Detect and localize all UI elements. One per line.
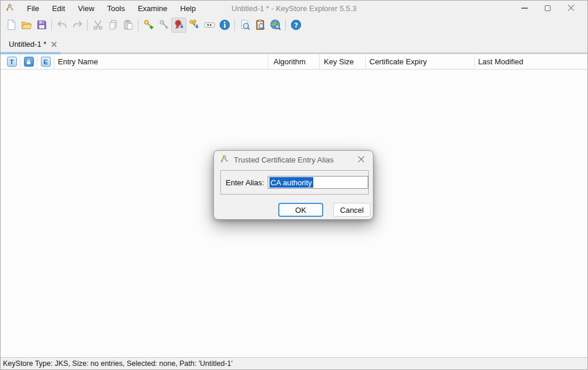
info-icon [219,19,231,31]
generate-secret-key-button[interactable] [156,18,171,33]
save-keystore-button[interactable] [34,18,49,33]
help-icon: ? [290,19,302,31]
menu-edit[interactable]: Edit [46,1,71,16]
help-button[interactable]: ? [288,18,303,33]
cancel-button[interactable]: Cancel [333,203,371,217]
column-expiry-status[interactable]: E [37,54,54,69]
tab-untitled-1[interactable]: Untitled-1 * [1,34,61,54]
examine-file-button[interactable] [237,18,253,33]
dialog-title: Trusted Certificate Entry Alias [234,155,334,164]
undo-icon [56,19,68,31]
active-tab-indicator [1,52,61,54]
toolbar-separator [51,19,52,31]
new-file-icon [5,19,18,31]
column-algorithm[interactable]: Algorithm [268,54,320,69]
password-dots-icon [203,19,216,31]
alias-input-selected-text: CA authority [269,177,313,188]
gray-key-plus-icon [158,19,170,31]
svg-text:?: ? [294,21,298,29]
import-trusted-certificate-button[interactable] [171,18,186,33]
menu-view[interactable]: View [71,1,101,16]
menu-help[interactable]: Help [174,1,202,16]
menu-tools[interactable]: Tools [101,1,131,16]
toolbar-separator [138,19,139,31]
copy-button[interactable] [105,18,120,33]
alias-input[interactable]: CA authority [268,176,368,189]
menubar: File Edit View Tools Examine Help [20,1,202,16]
properties-button[interactable] [217,18,232,33]
toolbar-separator [87,19,88,31]
import-key-pair-button[interactable] [186,18,202,33]
maximize-button[interactable] [543,4,552,13]
minimize-icon [521,8,528,9]
examine-clipboard-button[interactable] [253,18,268,33]
cut-scissors-icon [92,19,104,31]
keystore-explorer-window: File Edit View Tools Examine Help Untitl… [0,0,588,370]
tab-bar: Untitled-1 * [1,34,587,54]
red-rosette-import-icon [173,19,185,31]
dialog-buttons: OK Cancel [278,203,371,217]
column-certificate-expiry[interactable]: Certificate Expiry [366,54,475,69]
menu-file[interactable]: File [20,1,46,16]
entries-table-header: T E Entry Name Algorithm Key Size Certif… [1,54,587,70]
column-lock-status[interactable] [20,54,37,69]
open-keystore-button[interactable] [19,18,34,33]
dialog-keys-icon [219,155,229,165]
toolbar-separator [285,19,286,31]
column-entry-type[interactable]: T [4,54,20,69]
generate-key-pair-button[interactable] [141,18,156,33]
examine-file-icon [239,19,251,31]
dialog-titlebar[interactable]: Trusted Certificate Entry Alias [214,151,373,168]
paste-button[interactable] [120,18,136,33]
type-column-icon: T [7,57,17,67]
menu-examine[interactable]: Examine [132,1,174,16]
copy-icon [107,19,119,31]
gold-key-plus-icon [143,19,155,31]
ok-button[interactable]: OK [278,203,323,217]
examine-ssl-globe-icon [269,19,282,31]
redo-icon [71,19,84,31]
close-icon [568,5,575,12]
new-keystore-button[interactable] [4,18,19,33]
paste-clipboard-icon [122,19,134,31]
set-password-button[interactable] [202,18,217,33]
toolbar-separator [234,19,235,31]
column-entry-name[interactable]: Entry Name [54,54,268,69]
gold-keys-import-icon [188,19,200,31]
trusted-certificate-alias-dialog: Trusted Certificate Entry Alias Enter Al… [213,150,373,220]
window-controls [520,1,587,16]
lock-icon [24,57,34,67]
open-folder-icon [20,19,33,31]
column-last-modified[interactable]: Last Modified [475,54,587,69]
redo-button[interactable] [70,18,85,33]
status-text: KeyStore Type: JKS, Size: no entries, Se… [3,359,233,368]
titlebar: File Edit View Tools Examine Help Untitl… [1,1,587,16]
expiry-column-icon: E [41,57,51,67]
close-button[interactable] [566,4,576,13]
tab-label: Untitled-1 * [9,40,46,49]
maximize-icon [545,5,551,11]
examine-ssl-button[interactable] [268,18,283,33]
status-bar: KeyStore Type: JKS, Size: no entries, Se… [1,357,587,369]
minimize-button[interactable] [520,4,529,13]
tab-close-icon[interactable] [51,42,57,47]
dialog-close-icon[interactable] [358,156,365,163]
cut-button[interactable] [90,18,105,33]
app-keys-icon [5,4,15,13]
toolbar: ? [1,16,587,34]
alias-group-box: Enter Alias: CA authority [220,170,369,195]
save-floppy-icon [36,19,48,31]
undo-button[interactable] [54,18,70,33]
column-key-size[interactable]: Key Size [320,54,366,69]
examine-clipboard-icon [254,19,267,31]
enter-alias-label: Enter Alias: [226,178,264,187]
